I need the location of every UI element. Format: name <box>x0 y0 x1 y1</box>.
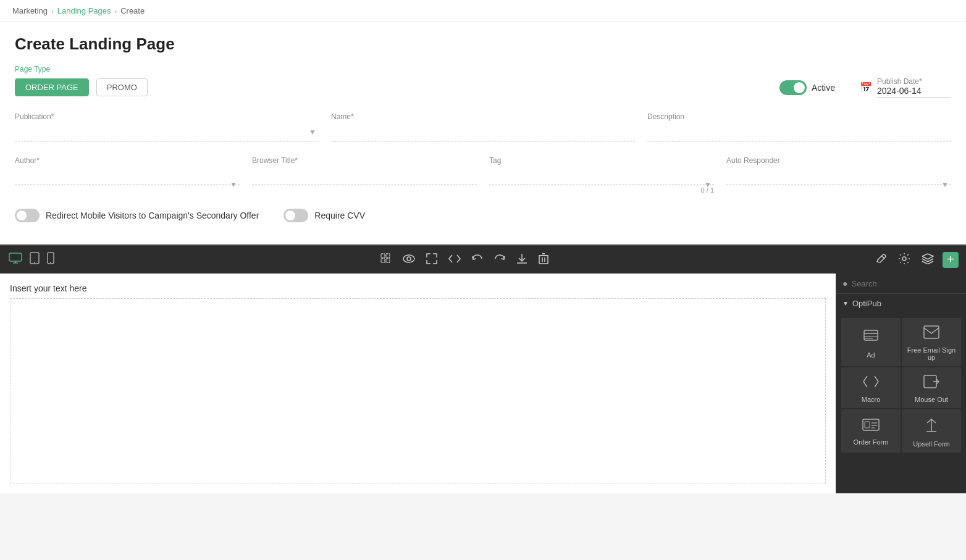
svg-rect-8 <box>386 254 390 257</box>
publish-date-value[interactable]: 2024-06-14 <box>877 86 951 98</box>
promo-button[interactable]: PROMO <box>96 78 148 96</box>
publish-date-group: 📅 Publish Date* 2024-06-14 <box>860 77 951 98</box>
svg-point-6 <box>50 262 51 263</box>
toggles-row: Redirect Mobile Visitors to Campaign's S… <box>15 209 951 222</box>
require-cvv-label: Require CVV <box>314 211 365 220</box>
breadcrumb-landing-pages[interactable]: Landing Pages <box>57 6 111 15</box>
toolbar-left <box>7 251 56 269</box>
svg-rect-9 <box>381 259 385 262</box>
auto-responder-select[interactable] <box>726 167 951 185</box>
tag-label: Tag <box>489 156 714 165</box>
delete-button[interactable] <box>536 252 551 268</box>
components-grid: Ad Free Email Sign up Macro <box>836 313 966 458</box>
require-cvv-toggle[interactable] <box>284 209 308 222</box>
tag-select[interactable] <box>489 167 714 185</box>
publish-date-label: Publish Date* <box>877 77 951 86</box>
type-row: ORDER PAGE PROMO Active 📅 Publish Date* … <box>15 77 951 98</box>
toggle-redirect-mobile: Redirect Mobile Visitors to Campaign's S… <box>15 209 259 222</box>
settings-button[interactable] <box>896 251 913 269</box>
mouse-out-label: Mouse Out <box>915 396 948 403</box>
edit-mode-button[interactable] <box>873 252 889 268</box>
order-page-button[interactable]: ORDER PAGE <box>15 78 89 96</box>
tag-field: Tag ▼ 0 / 1 <box>489 156 714 194</box>
layers-button[interactable] <box>919 252 936 268</box>
redirect-mobile-toggle[interactable] <box>15 209 40 222</box>
active-toggle[interactable] <box>779 80 807 95</box>
toggle-require-cvv: Require CVV <box>284 209 365 222</box>
code-button[interactable] <box>446 253 463 267</box>
component-mouse-out[interactable]: Mouse Out <box>902 367 961 408</box>
editor-canvas[interactable]: Insert your text here <box>0 274 836 493</box>
editor-dashed-area <box>10 298 826 483</box>
breadcrumb: Marketing › Landing Pages › Create <box>0 0 966 22</box>
author-select[interactable] <box>15 167 240 185</box>
redirect-mobile-label: Redirect Mobile Visitors to Campaign's S… <box>46 211 259 220</box>
main-content: Create Landing Page Page Type ORDER PAGE… <box>0 22 966 244</box>
component-upsell-form[interactable]: Upsell Form <box>902 409 961 453</box>
calendar-icon: 📅 <box>860 81 872 93</box>
components-search-bar: ● <box>836 274 966 294</box>
breadcrumb-marketing: Marketing <box>12 6 48 15</box>
component-free-email-signup[interactable]: Free Email Sign up <box>902 318 961 366</box>
mobile-view-button[interactable] <box>46 251 56 269</box>
svg-point-11 <box>403 255 414 262</box>
auto-responder-label: Auto Responder <box>726 156 951 165</box>
svg-rect-26 <box>924 326 939 338</box>
browser-title-input[interactable] <box>252 167 477 185</box>
svg-point-4 <box>34 262 35 263</box>
desktop-view-button[interactable] <box>7 251 23 269</box>
components-search-input[interactable] <box>851 279 960 288</box>
toolbar-right: + <box>873 251 959 269</box>
publication-select[interactable] <box>15 123 319 141</box>
ad-icon <box>863 328 879 348</box>
svg-rect-30 <box>865 422 870 428</box>
toolbar-center <box>378 252 551 268</box>
order-form-label: Order Form <box>854 438 889 446</box>
name-input[interactable] <box>331 123 635 141</box>
description-label: Description <box>647 112 951 121</box>
name-label: Name* <box>331 112 635 121</box>
auto-responder-field: Auto Responder ▼ <box>726 156 951 194</box>
active-toggle-group: Active 📅 Publish Date* 2024-06-14 <box>779 77 951 98</box>
tag-counter: 0 / 1 <box>489 186 714 194</box>
name-field: Name* <box>331 112 635 141</box>
svg-rect-22 <box>864 330 878 340</box>
components-group-header[interactable]: ▼ OptiPub <box>836 294 966 313</box>
redo-button[interactable] <box>492 253 508 267</box>
browser-title-label: Browser Title* <box>252 156 477 165</box>
svg-rect-7 <box>381 254 385 257</box>
preview-button[interactable] <box>400 253 418 267</box>
editor-body: Insert your text here ● ▼ OptiPub <box>0 274 966 493</box>
macro-icon <box>863 375 879 392</box>
component-order-form[interactable]: Order Form <box>841 409 901 453</box>
require-cvv-slider <box>284 209 308 222</box>
download-button[interactable] <box>514 252 530 268</box>
svg-rect-15 <box>539 256 548 264</box>
description-input[interactable] <box>647 123 951 141</box>
editor-placeholder-text: Insert your text here <box>10 283 826 293</box>
upsell-form-label: Upsell Form <box>913 440 949 448</box>
component-ad[interactable]: Ad <box>841 318 901 366</box>
svg-rect-10 <box>386 259 390 262</box>
publication-field: Publication* ▼ <box>15 112 319 141</box>
component-macro[interactable]: Macro <box>841 367 901 408</box>
breadcrumb-create: Create <box>120 6 145 15</box>
expand-button[interactable] <box>424 252 440 268</box>
form-row-2: Author* ▼ Browser Title* Tag ▼ 0 / 1 Aut… <box>15 156 951 194</box>
undo-button[interactable] <box>469 253 485 267</box>
breadcrumb-sep-1: › <box>51 7 54 15</box>
grid-icon-button[interactable] <box>378 252 394 268</box>
browser-title-field: Browser Title* <box>252 156 477 194</box>
tablet-view-button[interactable] <box>28 251 41 269</box>
redirect-mobile-slider <box>15 209 40 222</box>
components-panel: ● ▼ OptiPub Ad <box>836 274 966 493</box>
breadcrumb-sep-2: › <box>115 7 117 15</box>
svg-point-12 <box>407 257 411 261</box>
add-component-button[interactable]: + <box>943 252 959 268</box>
description-field: Description <box>647 112 951 141</box>
search-icon: ● <box>842 278 847 288</box>
svg-rect-0 <box>9 253 22 261</box>
page-title: Create Landing Page <box>15 35 951 54</box>
editor-container: + Insert your text here ● ▼ OptiPub <box>0 244 966 493</box>
active-label: Active <box>812 83 835 93</box>
